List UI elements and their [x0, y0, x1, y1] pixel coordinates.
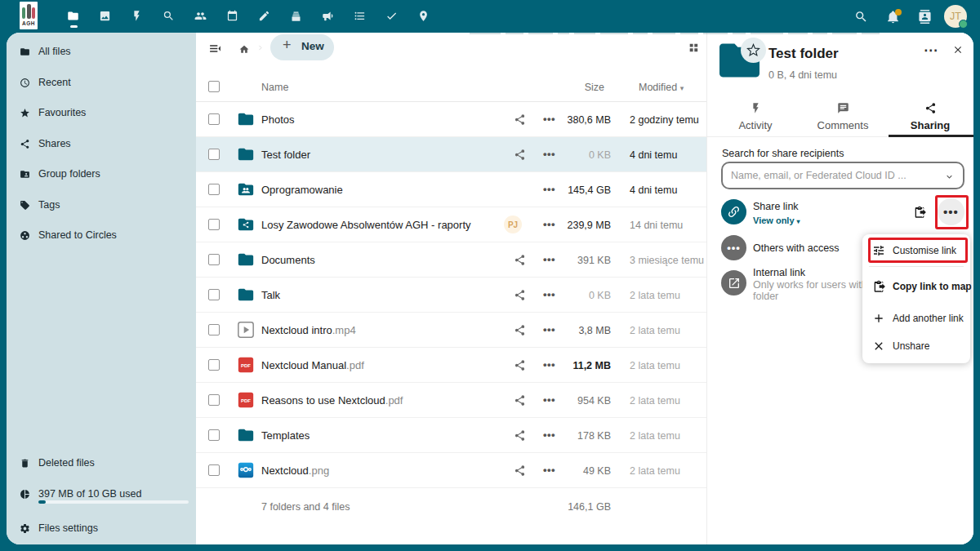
- svg-text:PDF: PDF: [241, 363, 251, 368]
- svg-text:PDF: PDF: [241, 398, 251, 403]
